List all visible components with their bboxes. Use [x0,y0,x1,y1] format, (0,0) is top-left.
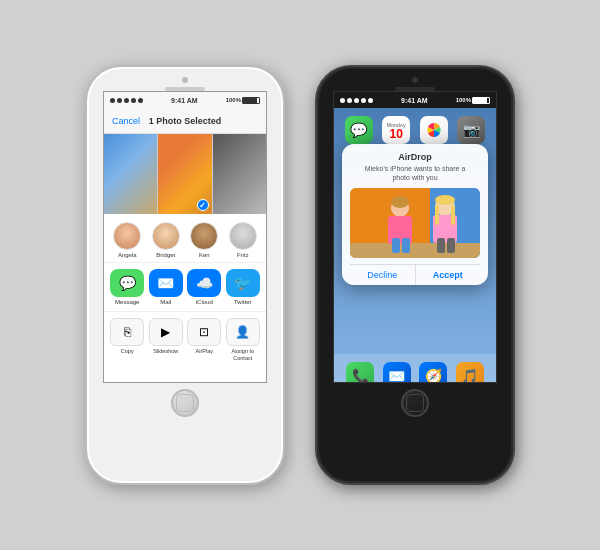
avatar-angela [113,222,141,250]
twitter-icon: 🐦 [226,269,260,297]
person-ken[interactable]: Ken [190,222,218,258]
svg-rect-3 [350,243,480,258]
airdrop-buttons: Decline Accept [350,264,480,285]
home-button-right[interactable] [401,389,429,417]
contact-icon: 👤 [226,318,260,346]
svg-rect-15 [451,205,455,225]
photos-app-icon [420,116,448,144]
person-angela[interactable]: Angela [113,222,141,258]
svg-rect-11 [447,238,455,253]
selected-badge: ✓ [197,199,209,211]
music-dock-icon: 🎵 [456,362,484,383]
calendar-app-icon: Monday 10 [382,116,410,144]
status-bar-left: 9:41 AM 100% [104,92,266,108]
status-bar-right: 9:41 AM 100% [334,92,496,108]
time-right: 9:41 AM [401,97,428,104]
right-phone: 9:41 AM 100% 💬 Messages Monday 10 [315,65,515,485]
messages-app-icon: 💬 [345,116,373,144]
mail-dock-icon: ✉️ [383,362,411,383]
mail-icon: ✉️ [149,269,183,297]
dock-mail[interactable]: ✉️ [383,362,411,383]
time-left: 9:41 AM [171,97,198,104]
person-bridget[interactable]: Bridget [152,222,180,258]
home-inner-right [406,394,424,412]
home-inner-left [176,394,194,412]
nav-bar-left: Cancel 1 Photo Selected [104,108,266,134]
people-row: Angela Bridget Ken Fritz [104,214,266,263]
screen-left: 9:41 AM 100% Cancel 1 Photo Selected ✓ [103,91,267,383]
home-button-left[interactable] [171,389,199,417]
svg-rect-14 [435,205,439,225]
assign-contact-button[interactable]: 👤 Assign to Contact [225,318,261,361]
share-mail-button[interactable]: ✉️ Mail [149,269,183,305]
airdrop-photo [350,188,480,258]
camera-app-icon: 📷 [457,116,485,144]
battery-right: 100% [456,97,490,104]
safari-dock-icon: 🧭 [419,362,447,383]
svg-rect-6 [392,238,400,253]
ios-home-screen: 💬 Messages Monday 10 Calendar [334,108,496,383]
battery-left: 100% [226,97,260,104]
signal-left [110,98,143,103]
slideshow-button[interactable]: ▶ Slideshow [148,318,184,361]
phone-dock-icon: 📞 [346,362,374,383]
share-twitter-button[interactable]: 🐦 Twitter [226,269,260,305]
share-icloud-button[interactable]: ☁️ iCloud [187,269,221,305]
photo-cell-1[interactable] [104,134,157,214]
phone-top-left [87,67,283,91]
person-fritz[interactable]: Fritz [229,222,257,258]
photo-cell-3[interactable] [213,134,266,214]
copy-button[interactable]: ⎘ Copy [109,318,145,361]
icloud-icon: ☁️ [187,269,221,297]
dock-safari[interactable]: 🧭 [419,362,447,383]
cancel-button[interactable]: Cancel [112,116,140,126]
action-row: ⎘ Copy ▶ Slideshow ⊡ AirPlay 👤 Assign to… [104,312,266,367]
screen-right: 9:41 AM 100% 💬 Messages Monday 10 [333,91,497,383]
airdrop-message: Mieko's iPhone wants to share aphoto wit… [350,164,480,182]
left-phone: 9:41 AM 100% Cancel 1 Photo Selected ✓ [85,65,285,485]
airplay-button[interactable]: ⊡ AirPlay [186,318,222,361]
photo-cell-2[interactable]: ✓ [158,134,211,214]
airdrop-photo-inner [350,188,480,258]
photo-selected-title: 1 Photo Selected [149,116,222,126]
airdrop-decline-button[interactable]: Decline [350,265,416,285]
photo-grid: ✓ [104,134,266,214]
avatar-bridget [152,222,180,250]
dock-bar: 📞 ✉️ 🧭 🎵 [334,354,496,383]
share-row: 💬 Message ✉️ Mail ☁️ iCloud 🐦 Twitter [104,263,266,312]
avatar-ken [190,222,218,250]
camera-dot-right [412,77,418,83]
svg-rect-7 [402,238,410,253]
signal-right [340,98,373,103]
slideshow-icon: ▶ [149,318,183,346]
dock-music[interactable]: 🎵 [456,362,484,383]
airplay-icon: ⊡ [187,318,221,346]
svg-point-12 [391,196,409,208]
airdrop-accept-button[interactable]: Accept [416,265,481,285]
message-icon: 💬 [110,269,144,297]
phone-top-right [317,67,513,91]
share-message-button[interactable]: 💬 Message [110,269,144,305]
svg-point-13 [435,195,455,205]
dock-phone[interactable]: 📞 [346,362,374,383]
avatar-fritz [229,222,257,250]
airdrop-title: AirDrop [350,152,480,162]
svg-rect-10 [437,238,445,253]
camera-dot-left [182,77,188,83]
copy-icon: ⎘ [110,318,144,346]
airdrop-popup: AirDrop Mieko's iPhone wants to share ap… [342,144,488,285]
